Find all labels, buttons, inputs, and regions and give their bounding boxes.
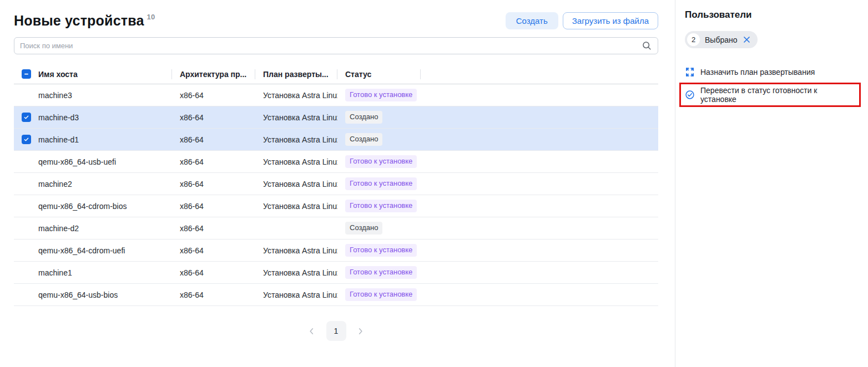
chevron-left-icon [307,327,316,335]
table-row[interactable]: qemu-x86_64-cdrom-biosx86-64Установка As… [14,195,658,217]
row-checkbox-cell [14,262,38,283]
table-row[interactable]: machine3x86-64Установка Astra LinuxГотов… [14,84,658,106]
row-checkbox[interactable] [22,135,31,144]
devices-table: Имя хоста Архитектура пр... План разверт… [14,64,658,306]
deploy-plan: Установка Astra Linux [255,173,337,195]
host-name: qemu-x86_64-usb-bios [38,284,172,305]
table-row[interactable]: qemu-x86_64-usb-biosx86-64Установка Astr… [14,284,658,306]
extra-cell [421,239,658,261]
status-badge: Готово к установке [345,266,417,279]
status-badge: Создано [345,133,382,146]
create-button[interactable]: Создать [506,12,558,29]
column-header-deploy-plan[interactable]: План разверты... [255,64,337,84]
architecture: x86-64 [172,151,255,172]
action-label: Назначить план развертывания [700,68,815,77]
chip-count: 2 [687,33,700,46]
extra-cell [421,129,658,150]
host-name: machine-d3 [38,106,172,128]
page-header: Новые устройства10 Создать Загрузить из … [14,0,658,29]
host-name: machine2 [38,173,172,195]
toolbar: Создать Загрузить из файла [506,12,658,29]
host-name: machine-d1 [38,129,172,150]
assign-plan-icon [685,67,695,77]
architecture: x86-64 [172,106,255,128]
next-page-button[interactable] [353,323,369,339]
architecture: x86-64 [172,284,255,305]
extra-cell [421,262,658,283]
column-header-status[interactable]: Статус [337,64,421,84]
row-checkbox-cell [14,129,38,150]
row-checkbox-cell [14,151,38,172]
row-checkbox-cell [14,173,38,195]
deploy-plan: Установка Astra Linux [255,284,337,305]
table-body: machine3x86-64Установка Astra LinuxГотов… [14,84,658,306]
device-count: 10 [147,13,155,21]
status-cell: Создано [337,217,421,239]
status-badge: Создано [345,111,382,124]
bulk-actions: Назначить план развертывания Перевести в… [685,65,861,107]
architecture: x86-64 [172,195,255,217]
table-header: Имя хоста Архитектура пр... План разверт… [14,64,658,84]
status-badge: Готово к установке [345,89,417,101]
app-root: Новые устройства10 Создать Загрузить из … [0,0,868,367]
architecture: x86-64 [172,217,255,239]
deploy-plan: Установка Astra Linux [255,151,337,172]
table-row[interactable]: machine-d1x86-64Установка Astra LinuxСоз… [14,129,658,151]
column-header-hostname[interactable]: Имя хоста [38,64,172,84]
table-row[interactable]: machine2x86-64Установка Astra LinuxГотов… [14,173,658,195]
table-row[interactable]: machine1x86-64Установка Astra LinuxГотов… [14,262,658,284]
row-checkbox-cell [14,84,38,106]
architecture: x86-64 [172,262,255,283]
deploy-plan: Установка Astra Linux [255,195,337,217]
status-badge: Готово к установке [345,155,417,168]
page-title-text: Новые устройства [14,13,144,28]
column-header-architecture[interactable]: Архитектура пр... [172,64,255,84]
select-all-checkbox[interactable] [22,69,31,79]
table-row[interactable]: machine-d2x86-64Создано [14,217,658,239]
search-icon[interactable] [642,41,652,50]
action-label: Перевести в статус готовности к установк… [700,86,855,104]
status-cell: Готово к установке [337,195,421,217]
extra-cell [421,195,658,217]
devices-page: Новые устройства10 Создать Загрузить из … [0,0,675,367]
extra-cell [421,284,658,305]
deploy-plan: Установка Astra Linux [255,84,337,106]
host-name: qemu-x86_64-cdrom-bios [38,195,172,217]
column-header-extra [421,64,658,84]
status-badge: Создано [345,222,382,235]
assign-deploy-plan-action[interactable]: Назначить план развертывания [685,65,861,79]
extra-cell [421,217,658,239]
clear-selection-icon[interactable] [743,35,751,44]
check-icon [23,114,29,120]
architecture: x86-64 [172,173,255,195]
table-row[interactable]: machine-d3x86-64Установка Astra LinuxСоз… [14,106,658,129]
status-cell: Создано [337,129,421,150]
row-checkbox-cell [14,239,38,261]
status-cell: Создано [337,106,421,128]
row-checkbox[interactable] [22,113,31,122]
deploy-plan: Установка Astra Linux [255,239,337,261]
selected-count-chip[interactable]: 2 Выбрано [685,31,758,48]
host-name: qemu-x86_64-cdrom-uefi [38,239,172,261]
set-ready-status-action[interactable]: Перевести в статус готовности к установк… [679,83,861,107]
deploy-plan: Установка Astra Linux [255,106,337,128]
chip-label: Выбрано [705,35,738,44]
page-number-button[interactable]: 1 [326,321,346,341]
row-checkbox-cell [14,195,38,217]
table-row[interactable]: qemu-x86_64-cdrom-uefix86-64Установка As… [14,239,658,262]
host-name: machine3 [38,84,172,106]
pagination: 1 [14,321,658,341]
row-checkbox-cell [14,284,38,305]
chevron-right-icon [356,327,365,335]
deploy-plan: Установка Astra Linux [255,262,337,283]
search-input[interactable] [14,37,658,54]
architecture: x86-64 [172,129,255,150]
upload-from-file-button[interactable]: Загрузить из файла [563,12,658,29]
status-badge: Готово к установке [345,200,417,212]
architecture: x86-64 [172,84,255,106]
panel-title: Пользователи [685,9,861,21]
search-box [14,37,658,54]
page-title: Новые устройства10 [14,13,155,29]
prev-page-button[interactable] [304,323,320,339]
table-row[interactable]: qemu-x86_64-usb-uefix86-64Установка Astr… [14,151,658,173]
